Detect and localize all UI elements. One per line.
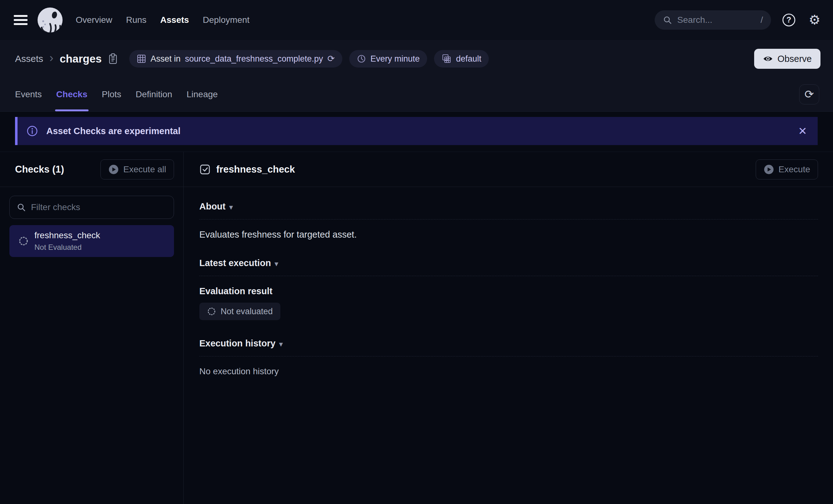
execution-history-empty: No execution history: [199, 367, 818, 376]
checks-list-header: Checks (1) Execute all: [0, 152, 183, 187]
nav-overview[interactable]: Overview: [76, 15, 112, 25]
svg-text:?: ?: [787, 15, 791, 24]
freshness-policy-label: Every minute: [371, 54, 420, 64]
check-detail-body: About ▾ Evaluates freshness for targeted…: [184, 187, 833, 376]
page-title: charges: [60, 52, 102, 65]
clock-icon: [357, 54, 366, 64]
help-icon[interactable]: ?: [782, 13, 796, 27]
asset-definition-tag: Asset in source_data_freshness_complete.…: [129, 50, 342, 68]
filter-checks-input[interactable]: [31, 202, 167, 212]
asset-subheader: Assets › charges As: [0, 40, 833, 111]
divider: [199, 276, 818, 276]
tab-lineage[interactable]: Lineage: [187, 78, 218, 111]
dagster-logo-icon[interactable]: [36, 6, 64, 34]
execution-history-section: Execution history ▾ No execution history: [199, 338, 818, 376]
checks-list-body: freshness_check Not Evaluated: [0, 187, 183, 266]
global-search[interactable]: /: [654, 10, 771, 30]
about-section: About ▾ Evaluates freshness for targeted…: [199, 201, 818, 240]
code-location-tag: default: [434, 50, 489, 68]
check-detail-panel: freshness_check Execute About: [184, 152, 833, 504]
latest-execution-section: Latest execution ▾ Evaluation result Not…: [199, 258, 818, 320]
about-heading[interactable]: About ▾: [199, 201, 818, 212]
tab-definition[interactable]: Definition: [136, 78, 172, 111]
tab-plots[interactable]: Plots: [102, 78, 121, 111]
banner-text: Asset Checks are experimental: [46, 126, 181, 136]
asset-file-link[interactable]: source_data_freshness_complete.py: [185, 54, 323, 64]
code-location-label: default: [456, 54, 481, 64]
top-nav: Overview Runs Assets Deployment / ? ⚙: [0, 0, 833, 40]
checks-count-title: Checks (1): [15, 164, 64, 175]
check-box-icon: [199, 164, 211, 175]
caret-down-icon: ▾: [275, 260, 278, 268]
tab-checks[interactable]: Checks: [56, 78, 88, 111]
search-icon: [663, 15, 672, 25]
menu-icon[interactable]: [14, 15, 28, 25]
copy-icon[interactable]: [108, 53, 118, 65]
breadcrumb-assets-link[interactable]: Assets: [15, 53, 43, 64]
table-icon: [137, 54, 146, 64]
settings-gear-icon[interactable]: ⚙: [809, 14, 820, 27]
experimental-banner: Asset Checks are experimental ✕: [15, 117, 818, 145]
observe-button[interactable]: Observe: [754, 49, 820, 69]
freshness-policy-tag: Every minute: [349, 50, 427, 68]
close-icon[interactable]: ✕: [798, 126, 807, 136]
reload-definition-icon[interactable]: ⟳: [327, 54, 334, 63]
evaluation-result-badge: Not evaluated: [199, 303, 280, 320]
latest-execution-heading[interactable]: Latest execution ▾: [199, 258, 818, 268]
check-detail-header: freshness_check Execute: [184, 152, 833, 187]
asset-tags: Asset in source_data_freshness_complete.…: [129, 50, 489, 68]
checks-layout: Checks (1) Execute all: [0, 152, 833, 504]
not-evaluated-spinner-icon: [207, 307, 216, 316]
execute-all-button[interactable]: Execute all: [100, 159, 174, 179]
check-list-item[interactable]: freshness_check Not Evaluated: [9, 225, 174, 257]
banner-zone: Asset Checks are experimental ✕: [0, 111, 833, 152]
checks-list-panel: Checks (1) Execute all: [0, 152, 184, 504]
divider: [199, 356, 818, 356]
nav-assets[interactable]: Assets: [160, 15, 189, 25]
code-location-icon: [442, 54, 452, 64]
primary-nav: Overview Runs Assets Deployment: [76, 15, 249, 25]
caret-down-icon: ▾: [229, 203, 233, 211]
check-detail-title: freshness_check: [216, 164, 295, 175]
tab-events[interactable]: Events: [15, 78, 42, 111]
app: Overview Runs Assets Deployment / ? ⚙: [0, 0, 833, 504]
nav-runs[interactable]: Runs: [126, 15, 146, 25]
filter-checks-box[interactable]: [9, 196, 174, 219]
nav-deployment[interactable]: Deployment: [203, 15, 249, 25]
search-icon: [17, 203, 26, 212]
search-input[interactable]: [677, 15, 755, 25]
eye-icon: [763, 55, 773, 62]
play-circle-icon: [764, 164, 774, 175]
not-evaluated-spinner-icon: [18, 236, 29, 246]
asset-tabs: Events Checks Plots Definition Lineage ⟳: [0, 78, 833, 111]
evaluation-result-label: Evaluation result: [199, 286, 818, 296]
check-status: Not Evaluated: [34, 243, 100, 252]
play-circle-icon: [108, 164, 119, 175]
search-shortcut-hint: /: [761, 15, 763, 25]
execute-button[interactable]: Execute: [756, 159, 818, 179]
check-name: freshness_check: [34, 230, 100, 241]
execution-history-heading[interactable]: Execution history ▾: [199, 338, 818, 349]
breadcrumb: Assets › charges As: [0, 40, 833, 78]
info-icon: [26, 125, 38, 137]
about-description: Evaluates freshness for targeted asset.: [199, 229, 818, 240]
chevron-right-icon: ›: [49, 52, 53, 64]
asset-in-label: Asset in: [150, 54, 181, 64]
caret-down-icon: ▾: [279, 340, 283, 348]
divider: [199, 219, 818, 220]
refresh-button[interactable]: ⟳: [799, 84, 819, 104]
